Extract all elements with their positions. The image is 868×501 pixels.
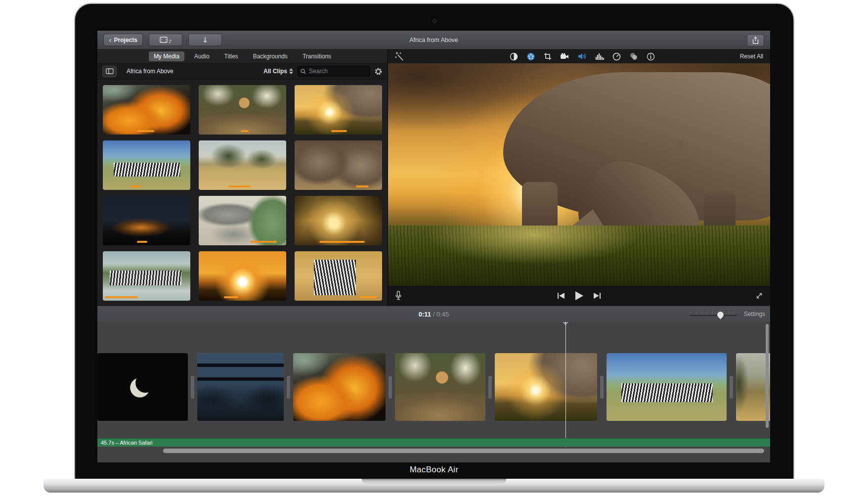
speed-icon[interactable]	[612, 52, 621, 61]
media-thumbnail-elephant-feeding[interactable]	[199, 196, 286, 245]
media-thumbnail-rhino-pair-grazing[interactable]	[295, 140, 382, 190]
timeline-clip-savanna-grass[interactable]	[736, 353, 770, 421]
filmstrip-icon	[160, 37, 168, 43]
vertical-scrollbar[interactable]	[766, 324, 769, 428]
media-thumbnail-zebras-waterhole[interactable]	[103, 251, 190, 301]
tab-backgrounds[interactable]: Backgrounds	[248, 51, 293, 61]
main-toolbar: ‹ Projects ♪ ↓ Africa from Above	[97, 31, 770, 49]
media-thumbnail-sunset-through-trees[interactable]	[295, 196, 382, 245]
projects-back-button[interactable]: ‹ Projects	[103, 34, 143, 46]
slider-ticks	[691, 311, 736, 313]
time-separator: /	[433, 311, 435, 318]
tab-my-media[interactable]: My Media	[149, 51, 184, 61]
enhance-magic-wand-icon[interactable]	[395, 51, 405, 61]
timeline: 45.7s – African Safari	[97, 322, 770, 462]
color-balance-icon[interactable]	[510, 52, 518, 61]
horizontal-scrollbar[interactable]	[163, 449, 764, 453]
timeline-clip-safari-vehicle[interactable]	[197, 353, 284, 421]
used-in-project-indicator	[224, 296, 238, 298]
media-thumbnail-rhino-at-sunset[interactable]	[295, 85, 382, 135]
macbook-base	[43, 479, 825, 493]
timeline-header: 0:11 / 0:45 Settings	[97, 306, 770, 322]
media-browser-panel: My MediaAudioTitlesBackgroundsTransition…	[97, 49, 388, 306]
timeline-clips	[97, 353, 770, 421]
sidebar-icon	[106, 68, 114, 74]
reset-all-button[interactable]: Reset All	[740, 53, 763, 60]
timeline-zoom-slider[interactable]	[690, 310, 737, 318]
timeline-clip-crescent-moon[interactable]	[97, 353, 188, 421]
timeline-clip-zebra-herd[interactable]	[607, 353, 727, 421]
clip-filter-audio-effects-icon[interactable]	[629, 52, 638, 60]
total-time: 0:45	[436, 311, 449, 318]
viewer[interactable]	[388, 63, 770, 286]
clip-trim-handle[interactable]	[600, 376, 604, 399]
timeline-clip-lion-cub[interactable]	[395, 353, 485, 421]
media-thumbnail-giraffes-savanna[interactable]	[199, 140, 286, 190]
noise-reduction-equalizer-icon[interactable]	[595, 53, 604, 60]
next-clip-icon[interactable]	[593, 292, 601, 299]
browser-header: Africa from Above All Clips	[97, 63, 388, 80]
share-icon	[752, 37, 759, 44]
clip-trim-handle[interactable]	[191, 376, 194, 399]
media-grid	[97, 80, 388, 306]
search-input[interactable]	[308, 67, 367, 75]
tab-audio[interactable]: Audio	[189, 51, 215, 61]
grass-art	[388, 226, 770, 286]
browser-settings-gear-icon[interactable]	[374, 67, 383, 76]
current-time: 0:11	[419, 311, 431, 318]
clip-filter-value: All Clips	[263, 68, 287, 75]
projects-label: Projects	[114, 37, 137, 44]
toggle-sidebar-button[interactable]	[102, 66, 117, 77]
playback-controls	[388, 291, 770, 300]
used-in-project-indicator	[356, 185, 369, 187]
media-thumbnail-lion-cub-on-rock[interactable]	[199, 85, 286, 135]
browser-tab-bar: My MediaAudioTitlesBackgroundsTransition…	[97, 49, 388, 63]
macbook-air-label: MacBook Air	[0, 465, 868, 475]
clip-filter-dropdown[interactable]: All Clips	[263, 68, 293, 75]
previous-clip-icon[interactable]	[557, 292, 565, 299]
volume-icon[interactable]	[578, 52, 587, 60]
time-display: 0:11 / 0:45	[97, 311, 770, 318]
lid-notch	[362, 479, 506, 484]
back-chevron-icon: ‹	[109, 37, 112, 44]
media-thumbnail-rhinos-at-dusk[interactable]	[103, 196, 190, 245]
import-media-button[interactable]: ♪	[149, 34, 182, 46]
download-arrow-icon: ↓	[202, 36, 209, 45]
playhead[interactable]	[565, 322, 566, 447]
tab-titles[interactable]: Titles	[219, 51, 243, 61]
media-thumbnail-burning-branches[interactable]	[103, 85, 190, 135]
clip-trim-handle[interactable]	[488, 376, 492, 399]
adjustment-icons	[510, 52, 655, 61]
used-in-project-indicator	[228, 185, 250, 187]
media-thumbnail-zebra-looking-back[interactable]	[295, 251, 382, 301]
project-duration-bar: 45.7s – African Safari	[97, 438, 770, 447]
timeline-settings-button[interactable]: Settings	[744, 311, 765, 318]
color-correction-icon[interactable]	[526, 52, 535, 61]
crop-icon[interactable]	[544, 52, 552, 60]
used-in-project-indicator	[331, 130, 347, 132]
clip-trim-handle[interactable]	[730, 376, 733, 399]
tab-transitions[interactable]: Transitions	[298, 51, 336, 61]
search-icon	[301, 69, 306, 74]
used-in-project-indicator	[241, 130, 249, 132]
clip-trim-handle[interactable]	[389, 376, 392, 399]
timeline-clip-rhino-at-sunset[interactable]	[495, 353, 597, 421]
used-in-project-indicator	[105, 296, 138, 298]
clip-trim-handle[interactable]	[287, 376, 290, 399]
preview-pane: Reset All	[388, 49, 770, 306]
slider-track	[690, 315, 737, 316]
timeline-clip-burning-branches[interactable]	[293, 353, 386, 421]
share-button[interactable]	[747, 34, 764, 46]
download-button[interactable]: ↓	[188, 34, 222, 46]
stabilization-camera-icon[interactable]	[560, 53, 569, 60]
used-in-project-indicator	[137, 241, 147, 243]
play-icon[interactable]	[575, 291, 583, 300]
used-in-project-indicator	[319, 241, 365, 243]
transport-bar	[388, 286, 770, 306]
macbook-mockup: ‹ Projects ♪ ↓ Africa from Above	[0, 0, 868, 501]
media-thumbnail-sunset-sun[interactable]	[199, 251, 286, 301]
media-thumbnail-zebra-herd-running[interactable]	[103, 140, 190, 190]
clip-information-icon[interactable]	[647, 52, 655, 61]
search-field[interactable]	[297, 66, 370, 77]
imovie-window: ‹ Projects ♪ ↓ Africa from Above	[97, 31, 770, 462]
